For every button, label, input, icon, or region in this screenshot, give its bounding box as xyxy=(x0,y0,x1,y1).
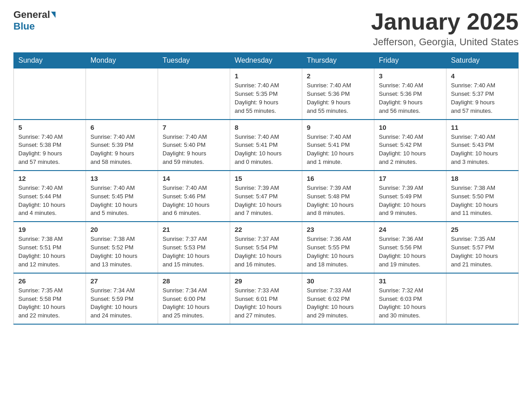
day-info: Sunrise: 7:34 AMSunset: 5:59 PMDaylight:… xyxy=(90,287,153,320)
day-number: 17 xyxy=(379,175,442,182)
day-info: Sunrise: 7:40 AMSunset: 5:38 PMDaylight:… xyxy=(18,133,81,167)
day-number: 29 xyxy=(235,277,297,285)
day-number: 1 xyxy=(235,72,297,80)
day-info: Sunrise: 7:32 AMSunset: 6:03 PMDaylight:… xyxy=(379,287,442,320)
day-of-week-header: Monday xyxy=(86,53,158,68)
calendar-cell xyxy=(14,68,86,120)
calendar-cell xyxy=(158,68,230,120)
calendar-week-row: 12Sunrise: 7:40 AMSunset: 5:44 PMDayligh… xyxy=(14,171,519,222)
day-info: Sunrise: 7:35 AMSunset: 5:58 PMDaylight:… xyxy=(18,287,81,320)
day-of-week-header: Tuesday xyxy=(158,53,230,68)
calendar-cell: 1Sunrise: 7:40 AMSunset: 5:35 PMDaylight… xyxy=(230,68,302,120)
day-info: Sunrise: 7:40 AMSunset: 5:35 PMDaylight:… xyxy=(235,81,297,115)
calendar-cell: 11Sunrise: 7:40 AMSunset: 5:43 PMDayligh… xyxy=(446,120,519,171)
day-info: Sunrise: 7:40 AMSunset: 5:41 PMDaylight:… xyxy=(307,133,369,167)
calendar-cell: 4Sunrise: 7:40 AMSunset: 5:37 PMDaylight… xyxy=(446,68,519,120)
calendar-cell: 23Sunrise: 7:36 AMSunset: 5:55 PMDayligh… xyxy=(302,222,374,273)
calendar-cell: 12Sunrise: 7:40 AMSunset: 5:44 PMDayligh… xyxy=(14,171,86,222)
day-info: Sunrise: 7:40 AMSunset: 5:37 PMDaylight:… xyxy=(451,81,514,115)
calendar-header-row: SundayMondayTuesdayWednesdayThursdayFrid… xyxy=(14,53,519,68)
day-number: 12 xyxy=(18,175,81,182)
calendar-cell: 16Sunrise: 7:39 AMSunset: 5:48 PMDayligh… xyxy=(302,171,374,222)
day-info: Sunrise: 7:36 AMSunset: 5:55 PMDaylight:… xyxy=(307,235,369,269)
calendar-cell: 15Sunrise: 7:39 AMSunset: 5:47 PMDayligh… xyxy=(230,171,302,222)
calendar-cell: 28Sunrise: 7:34 AMSunset: 6:00 PMDayligh… xyxy=(158,273,230,324)
calendar-cell: 27Sunrise: 7:34 AMSunset: 5:59 PMDayligh… xyxy=(86,273,158,324)
logo: General Blue xyxy=(13,9,56,32)
page-header: General Blue January 2025 Jefferson, Geo… xyxy=(13,9,519,48)
calendar-cell: 18Sunrise: 7:38 AMSunset: 5:50 PMDayligh… xyxy=(446,171,519,222)
day-info: Sunrise: 7:40 AMSunset: 5:45 PMDaylight:… xyxy=(90,184,153,218)
day-info: Sunrise: 7:39 AMSunset: 5:47 PMDaylight:… xyxy=(235,184,297,218)
calendar-cell: 9Sunrise: 7:40 AMSunset: 5:41 PMDaylight… xyxy=(302,120,374,171)
calendar-cell: 30Sunrise: 7:33 AMSunset: 6:02 PMDayligh… xyxy=(302,273,374,324)
logo-blue-text: Blue xyxy=(13,21,35,32)
day-number: 28 xyxy=(163,277,225,285)
day-number: 20 xyxy=(90,226,153,233)
calendar-cell: 19Sunrise: 7:38 AMSunset: 5:51 PMDayligh… xyxy=(14,222,86,273)
day-info: Sunrise: 7:40 AMSunset: 5:41 PMDaylight:… xyxy=(235,133,297,167)
day-info: Sunrise: 7:40 AMSunset: 5:36 PMDaylight:… xyxy=(307,81,369,115)
day-of-week-header: Wednesday xyxy=(230,53,302,68)
calendar-week-row: 5Sunrise: 7:40 AMSunset: 5:38 PMDaylight… xyxy=(14,120,519,171)
calendar-cell: 2Sunrise: 7:40 AMSunset: 5:36 PMDaylight… xyxy=(302,68,374,120)
calendar-cell: 24Sunrise: 7:36 AMSunset: 5:56 PMDayligh… xyxy=(374,222,446,273)
title-block: January 2025 Jefferson, Georgia, United … xyxy=(371,9,519,48)
day-number: 23 xyxy=(307,226,369,233)
day-info: Sunrise: 7:37 AMSunset: 5:54 PMDaylight:… xyxy=(235,235,297,269)
day-number: 26 xyxy=(18,277,81,285)
calendar-cell: 22Sunrise: 7:37 AMSunset: 5:54 PMDayligh… xyxy=(230,222,302,273)
calendar-cell: 25Sunrise: 7:35 AMSunset: 5:57 PMDayligh… xyxy=(446,222,519,273)
calendar-week-row: 26Sunrise: 7:35 AMSunset: 5:58 PMDayligh… xyxy=(14,273,519,324)
day-number: 5 xyxy=(18,124,81,131)
day-info: Sunrise: 7:36 AMSunset: 5:56 PMDaylight:… xyxy=(379,235,442,269)
calendar-week-row: 19Sunrise: 7:38 AMSunset: 5:51 PMDayligh… xyxy=(14,222,519,273)
calendar-cell: 14Sunrise: 7:40 AMSunset: 5:46 PMDayligh… xyxy=(158,171,230,222)
day-number: 9 xyxy=(307,124,369,131)
day-of-week-header: Sunday xyxy=(14,53,86,68)
calendar-title: January 2025 xyxy=(371,9,519,34)
day-number: 15 xyxy=(235,175,297,182)
calendar-cell: 7Sunrise: 7:40 AMSunset: 5:40 PMDaylight… xyxy=(158,120,230,171)
day-info: Sunrise: 7:38 AMSunset: 5:52 PMDaylight:… xyxy=(90,235,153,269)
day-of-week-header: Saturday xyxy=(446,53,519,68)
calendar-week-row: 1Sunrise: 7:40 AMSunset: 5:35 PMDaylight… xyxy=(14,68,519,120)
day-number: 6 xyxy=(90,124,153,131)
day-number: 19 xyxy=(18,226,81,233)
day-number: 10 xyxy=(379,124,442,131)
calendar-cell: 29Sunrise: 7:33 AMSunset: 6:01 PMDayligh… xyxy=(230,273,302,324)
day-info: Sunrise: 7:40 AMSunset: 5:36 PMDaylight:… xyxy=(379,81,442,115)
calendar-cell: 5Sunrise: 7:40 AMSunset: 5:38 PMDaylight… xyxy=(14,120,86,171)
calendar-cell: 26Sunrise: 7:35 AMSunset: 5:58 PMDayligh… xyxy=(14,273,86,324)
calendar-cell: 13Sunrise: 7:40 AMSunset: 5:45 PMDayligh… xyxy=(86,171,158,222)
calendar-cell xyxy=(86,68,158,120)
day-number: 22 xyxy=(235,226,297,233)
calendar-cell: 10Sunrise: 7:40 AMSunset: 5:42 PMDayligh… xyxy=(374,120,446,171)
calendar-cell: 20Sunrise: 7:38 AMSunset: 5:52 PMDayligh… xyxy=(86,222,158,273)
day-info: Sunrise: 7:39 AMSunset: 5:49 PMDaylight:… xyxy=(379,184,442,218)
day-info: Sunrise: 7:40 AMSunset: 5:39 PMDaylight:… xyxy=(90,133,153,167)
calendar-cell: 31Sunrise: 7:32 AMSunset: 6:03 PMDayligh… xyxy=(374,273,446,324)
day-number: 11 xyxy=(451,124,514,131)
day-info: Sunrise: 7:38 AMSunset: 5:50 PMDaylight:… xyxy=(451,184,514,218)
day-info: Sunrise: 7:40 AMSunset: 5:46 PMDaylight:… xyxy=(163,184,225,218)
calendar-cell xyxy=(446,273,519,324)
day-info: Sunrise: 7:39 AMSunset: 5:48 PMDaylight:… xyxy=(307,184,369,218)
day-number: 16 xyxy=(307,175,369,182)
day-info: Sunrise: 7:40 AMSunset: 5:44 PMDaylight:… xyxy=(18,184,81,218)
day-number: 18 xyxy=(451,175,514,182)
calendar-cell: 8Sunrise: 7:40 AMSunset: 5:41 PMDaylight… xyxy=(230,120,302,171)
day-number: 31 xyxy=(379,277,442,285)
calendar-cell: 17Sunrise: 7:39 AMSunset: 5:49 PMDayligh… xyxy=(374,171,446,222)
day-number: 4 xyxy=(451,72,514,80)
day-info: Sunrise: 7:34 AMSunset: 6:00 PMDaylight:… xyxy=(163,287,225,320)
day-of-week-header: Thursday xyxy=(302,53,374,68)
day-number: 24 xyxy=(379,226,442,233)
day-number: 25 xyxy=(451,226,514,233)
day-number: 27 xyxy=(90,277,153,285)
day-number: 30 xyxy=(307,277,369,285)
day-number: 8 xyxy=(235,124,297,131)
calendar-cell: 6Sunrise: 7:40 AMSunset: 5:39 PMDaylight… xyxy=(86,120,158,171)
day-info: Sunrise: 7:37 AMSunset: 5:53 PMDaylight:… xyxy=(163,235,225,269)
day-info: Sunrise: 7:33 AMSunset: 6:02 PMDaylight:… xyxy=(307,287,369,320)
